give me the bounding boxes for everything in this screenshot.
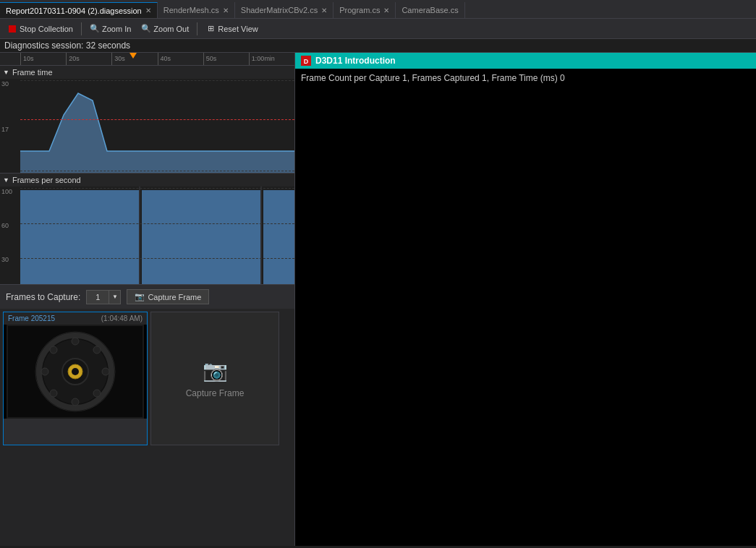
- reset-view-label: Reset View: [218, 25, 258, 33]
- ruler-tick-1min: 1:00min: [249, 53, 294, 65]
- fps-header[interactable]: ▼ Frames per second: [0, 174, 294, 187]
- capture-item-0-time: (1:04:48 AM): [101, 314, 143, 322]
- svg-point-17: [50, 346, 57, 354]
- capture-frame-label: Capture Frame: [148, 293, 201, 301]
- tab-program-close[interactable]: ✕: [383, 7, 389, 14]
- tab-rendermesh[interactable]: RenderMesh.cs ✕: [158, 2, 235, 18]
- capture-item-0-frame: Frame 205215: [8, 314, 55, 322]
- svg-marker-0: [20, 93, 294, 173]
- zoom-in-label: Zoom In: [102, 25, 131, 33]
- bottom-controls: Frames to Capture: ▼ 📷 Capture Frame: [0, 284, 294, 309]
- timeline-ruler: 10s 20s 30s 40s 50s 1:00min: [0, 53, 294, 66]
- d3d11-header: D D3D11 Introduction: [295, 53, 756, 69]
- tab-diagsession-close[interactable]: ✕: [145, 7, 151, 14]
- zoom-out-icon: 🔍: [141, 24, 151, 34]
- svg-point-16: [93, 346, 101, 354]
- fps-y-labels: 100 60 30: [0, 187, 20, 284]
- fps-y-100: 100: [1, 188, 19, 195]
- camera-icon: 📷: [135, 292, 145, 301]
- frame-time-collapse-icon: ▼: [3, 69, 9, 76]
- empty-capture-slot[interactable]: 📷 Capture Frame: [150, 312, 279, 445]
- stop-collection-button[interactable]: Stop Collection: [3, 21, 77, 37]
- svg-point-18: [93, 390, 101, 397]
- tab-shadermatrix-close[interactable]: ✕: [321, 7, 327, 14]
- tab-diagsession[interactable]: Report20170311-0904 (2).diagsession ✕: [0, 2, 158, 18]
- d3d11-icon-svg: D: [301, 56, 311, 66]
- tab-program[interactable]: Program.cs ✕: [334, 2, 396, 18]
- tab-camerabase-label: CameraBase.cs: [402, 6, 458, 14]
- d3d11-icon: D: [301, 56, 311, 66]
- right-panel: D D3D11 Introduction Frame Count per Cap…: [295, 53, 756, 546]
- zoom-in-icon: 🔍: [90, 24, 100, 34]
- spinner-dropdown-arrow[interactable]: ▼: [109, 290, 121, 304]
- frame-time-label: Frame time: [12, 68, 53, 77]
- frame-time-svg: [20, 79, 294, 173]
- ruler-tick-10s: 10s: [20, 53, 66, 65]
- capture-frame-button[interactable]: 📷 Capture Frame: [127, 289, 209, 304]
- fps-svg: [20, 187, 294, 284]
- svg-rect-4: [263, 190, 294, 284]
- reset-view-button[interactable]: ⊞ Reset View: [201, 21, 262, 37]
- svg-rect-2: [20, 190, 140, 284]
- tab-diagsession-label: Report20170311-0904 (2).diagsession: [6, 7, 142, 15]
- reset-view-icon: ⊞: [205, 24, 216, 34]
- fps-section: ▼ Frames per second 100 60 30: [0, 174, 294, 284]
- frame-time-y-labels: 30 17: [0, 79, 20, 173]
- ruler-tick-30s: 30s: [111, 53, 157, 65]
- capture-item-0[interactable]: Frame 205215 (1:04:48 AM): [3, 312, 148, 445]
- tab-camerabase[interactable]: CameraBase.cs: [396, 2, 464, 18]
- d3d11-status: Frame Count per Capture 1, Frames Captur…: [301, 73, 565, 83]
- charts-area: 10s 20s 30s 40s 50s 1:00min ▼: [0, 53, 294, 284]
- capture-item-0-header: Frame 205215 (1:04:48 AM): [4, 312, 147, 325]
- y-label-30: 30: [1, 80, 19, 87]
- frames-to-capture-label: Frames to Capture:: [6, 292, 80, 302]
- tab-rendermesh-close[interactable]: ✕: [223, 7, 229, 14]
- svg-point-22: [72, 368, 79, 375]
- svg-point-12: [72, 338, 79, 345]
- y-label-17: 17: [1, 126, 19, 133]
- svg-point-15: [41, 368, 48, 375]
- tab-shadermatrix[interactable]: ShaderMatrixCBv2.cs ✕: [235, 2, 334, 18]
- timeline-marker: [129, 53, 137, 59]
- toolbar-separator-2: [197, 22, 198, 35]
- stop-collection-label: Stop Collection: [20, 25, 73, 33]
- frames-spinner[interactable]: ▼: [86, 290, 121, 304]
- frame-time-header[interactable]: ▼ Frame time: [0, 66, 294, 79]
- capture-thumbnail-svg: [7, 325, 144, 419]
- fps-collapse-icon: ▼: [3, 176, 9, 184]
- ruler-ticks: 10s 20s 30s 40s 50s 1:00min: [20, 53, 294, 65]
- frame-time-section: ▼ Frame time 30 17: [0, 66, 294, 174]
- frames-input[interactable]: [86, 290, 109, 304]
- d3d11-body: Frame Count per Capture 1, Frames Captur…: [295, 69, 756, 546]
- fps-label: Frames per second: [12, 176, 81, 184]
- svg-text:D: D: [304, 58, 309, 65]
- fps-body: 100 60 30: [0, 187, 294, 284]
- capture-item-0-thumbnail[interactable]: [4, 325, 147, 419]
- grid-line-bottom: [20, 171, 294, 171]
- zoom-in-button[interactable]: 🔍 Zoom In: [85, 21, 135, 37]
- fps-grid-60: [20, 223, 294, 224]
- svg-point-13: [72, 398, 79, 406]
- main-area: 10s 20s 30s 40s 50s 1:00min ▼: [0, 53, 756, 546]
- fps-canvas: [20, 187, 294, 284]
- fps-grid-100: [20, 188, 294, 189]
- svg-point-19: [50, 390, 57, 397]
- grid-line-30: [20, 80, 294, 81]
- fps-y-60: 60: [1, 222, 19, 229]
- left-panel: 10s 20s 30s 40s 50s 1:00min ▼: [0, 53, 295, 546]
- ruler-tick-40s: 40s: [158, 53, 203, 65]
- toolbar: Stop Collection 🔍 Zoom In 🔍 Zoom Out ⊞ R…: [0, 19, 756, 39]
- fps-y-30: 30: [1, 256, 19, 263]
- camera-placeholder-icon: 📷: [203, 359, 228, 382]
- session-info-text: Diagnostics session: 32 seconds: [4, 40, 130, 51]
- tab-rendermesh-label: RenderMesh.cs: [163, 6, 219, 14]
- captures-list: Frame 205215 (1:04:48 AM): [0, 309, 294, 546]
- zoom-out-button[interactable]: 🔍 Zoom Out: [137, 21, 193, 37]
- stop-icon: [7, 24, 17, 34]
- toolbar-separator-1: [81, 22, 82, 35]
- frame-time-body: 30 17: [0, 79, 294, 173]
- tab-program-label: Program.cs: [339, 6, 380, 14]
- zoom-out-label: Zoom Out: [153, 25, 189, 33]
- ruler-tick-20s: 20s: [66, 53, 111, 65]
- ruler-tick-50s: 50s: [203, 53, 249, 65]
